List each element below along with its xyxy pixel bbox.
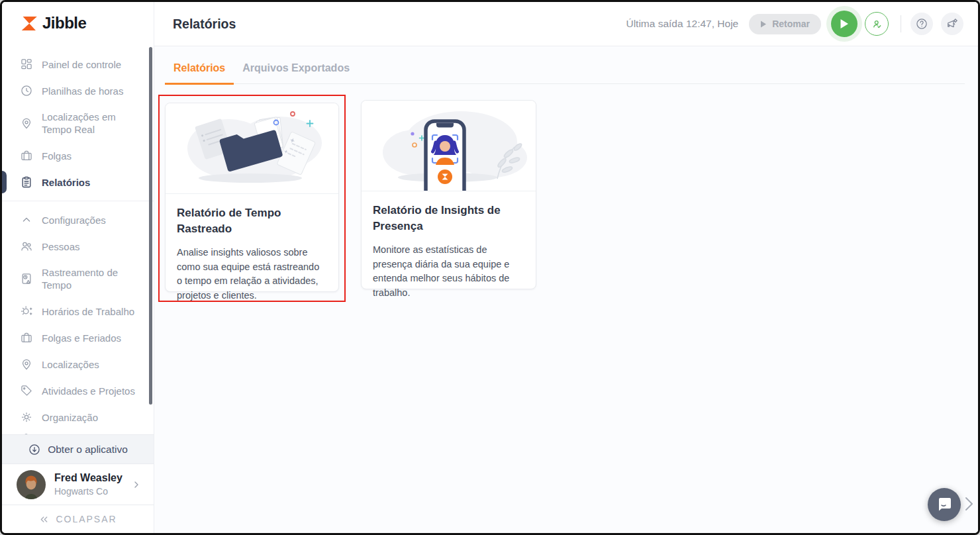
briefcase-icon: [20, 149, 33, 162]
collapse-sidebar-button[interactable]: COLAPSAR: [2, 505, 154, 533]
sidebar-item-label: Planilhas de horas: [42, 85, 123, 97]
sidebar-divider: [2, 201, 154, 201]
sidebar-nav: Painel de controle Planilhas de horas Lo…: [2, 44, 154, 434]
chevrons-left-icon: [38, 514, 50, 525]
chevron-up-icon: [20, 213, 33, 226]
tab-exported-files[interactable]: Arquivos Exportados: [234, 62, 358, 83]
sidebar: Jibble Painel de controle Planilhas de h…: [2, 2, 154, 533]
user-profile-row[interactable]: Fred Weasley Hogwarts Co: [2, 463, 154, 505]
sidebar-item-time-tracking[interactable]: Rastreamento de Tempo: [2, 260, 154, 298]
sidebar-item-timesheets[interactable]: Planilhas de horas: [2, 77, 154, 104]
time-tracking-icon: [20, 272, 33, 285]
sidebar-item-time-off-holidays[interactable]: Folgas e Feriados: [2, 324, 154, 351]
page-title: Relatórios: [173, 17, 236, 32]
tab-bar: Relatórios Arquivos Exportados: [165, 46, 965, 84]
clock-in-play-button[interactable]: [831, 11, 858, 37]
sidebar-item-organization[interactable]: Organização: [2, 404, 154, 430]
play-small-icon: [760, 21, 767, 28]
sidebar-item-label: Pessoas: [42, 240, 80, 253]
sidebar-item-reports[interactable]: Relatórios: [2, 169, 154, 195]
card-attendance-insights-report[interactable]: Relatório de Insights de Presença Monito…: [361, 100, 536, 289]
sidebar-item-label: Relatórios: [42, 176, 90, 189]
topbar-divider: [901, 15, 901, 32]
brand-name: Jibble: [42, 14, 86, 32]
get-app-button[interactable]: Obter o aplicativo: [2, 434, 154, 463]
sidebar-item-label: Painel de controle: [42, 58, 121, 71]
card-title: Relatório de Tempo Rastreado: [177, 205, 327, 237]
sidebar-item-label: Folgas: [42, 150, 72, 162]
clipboard-icon: [20, 175, 33, 189]
sidebar-item-activities-projects[interactable]: Atividades e Projetos: [2, 377, 154, 404]
sidebar-item-time-off[interactable]: Folgas: [2, 142, 154, 169]
get-app-label: Obter o aplicativo: [48, 444, 128, 456]
clock-in-halo: [826, 6, 862, 42]
card-title: Relatório de Insights de Presença: [373, 203, 524, 234]
app-window: Jibble Painel de controle Planilhas de h…: [0, 0, 980, 535]
people-icon: [20, 240, 33, 253]
sidebar-item-label: Rastreamento de Tempo: [42, 266, 146, 291]
main-area: Relatórios Última saída 12:47, Hoje Reto…: [154, 2, 978, 533]
sidebar-item-live-locations[interactable]: Localizações em Tempo Real: [2, 104, 141, 142]
active-indicator: [2, 171, 7, 193]
phone-illustration: [362, 101, 536, 191]
briefcase-icon: [20, 331, 33, 344]
chevron-right-icon: [131, 479, 142, 490]
card-tracked-time-report[interactable]: Relatório de Tempo Rastreado Analise ins…: [165, 103, 339, 292]
sidebar-item-dashboard[interactable]: Painel de controle: [2, 51, 154, 77]
user-company: Hogwarts Co: [54, 486, 122, 497]
sidebar-item-locations[interactable]: Localizações: [2, 351, 154, 377]
sidebar-item-label: Configurações: [42, 214, 106, 226]
content-area: Relatórios Arquivos Exportados: [154, 46, 978, 533]
collapse-label: COLAPSAR: [56, 514, 117, 524]
sidebar-item-people[interactable]: Pessoas: [2, 233, 154, 260]
download-circle-icon: [28, 443, 41, 456]
sidebar-item-label: Horários de Trabalho: [42, 305, 134, 318]
card-description: Monitore as estatísticas de presença diá…: [373, 243, 524, 300]
sidebar-item-label: Folgas e Feriados: [42, 332, 121, 344]
sidebar-item-label: Localizações: [42, 358, 99, 371]
panel-expand-chevron[interactable]: [963, 495, 974, 512]
chat-support-button[interactable]: [928, 488, 961, 521]
jibble-hourglass-icon: [20, 15, 38, 32]
announcements-button[interactable]: [941, 13, 963, 35]
avatar: [17, 470, 46, 499]
sidebar-item-settings[interactable]: Configurações: [2, 207, 154, 233]
topbar: Relatórios Última saída 12:47, Hoje Reto…: [154, 2, 978, 46]
sidebar-item-label: Atividades e Projetos: [42, 385, 135, 397]
clock-icon: [20, 84, 33, 97]
map-pin-icon: [20, 117, 33, 130]
folder-illustration: [166, 103, 338, 194]
tab-reports[interactable]: Relatórios: [165, 62, 234, 85]
last-activity-status: Última saída 12:47, Hoje: [626, 18, 738, 30]
sidebar-item-work-schedules[interactable]: Horários de Trabalho: [2, 298, 154, 324]
user-name: Fred Weasley: [54, 472, 122, 484]
tag-icon: [20, 384, 33, 397]
brand-logo[interactable]: Jibble: [2, 2, 154, 44]
sidebar-item-label: Localizações em Tempo Real: [42, 111, 133, 136]
card-description: Analise insights valiosos sobre como sua…: [177, 246, 327, 303]
sidebar-scrollbar[interactable]: [149, 47, 152, 405]
dashboard-icon: [20, 58, 33, 71]
help-button[interactable]: [910, 13, 933, 35]
resume-button[interactable]: Retomar: [749, 14, 821, 34]
gear-icon: [20, 411, 33, 424]
sidebar-item-label: Organização: [42, 411, 98, 424]
schedule-dial-icon: [20, 305, 33, 318]
attendance-verified-button[interactable]: [865, 12, 889, 36]
map-pin-icon: [20, 358, 33, 371]
